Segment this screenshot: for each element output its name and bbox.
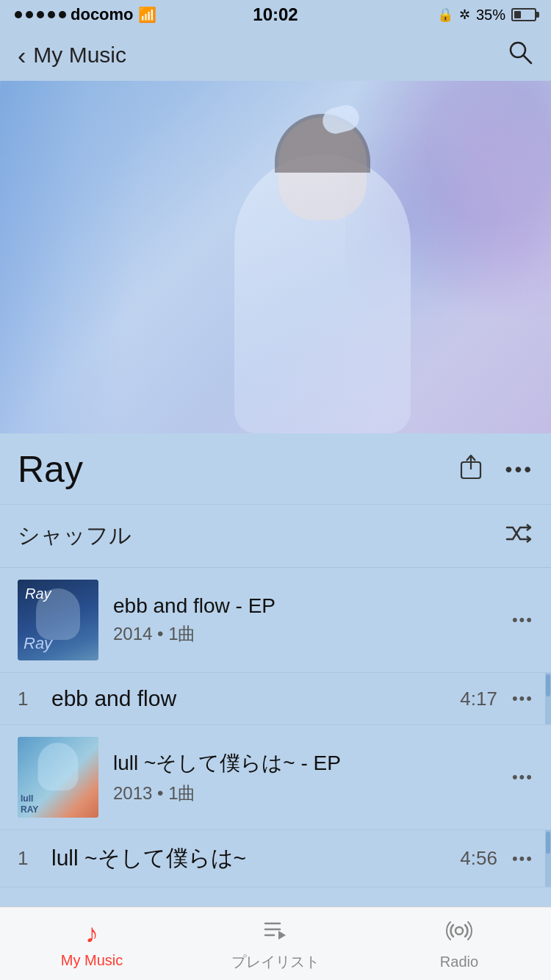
album-info-lull: lull ~そして僕らは~ - EP 2013 • 1曲 <box>113 749 497 805</box>
status-time: 10:02 <box>253 4 298 25</box>
shuffle-icon <box>503 522 533 550</box>
playlist-icon <box>262 916 289 949</box>
tab-radio-label: Radio <box>440 954 478 970</box>
tab-bar: ♪ My Music プレイリスト Radio <box>0 907 551 980</box>
track-more-lull[interactable]: ••• <box>512 849 533 868</box>
nav-back-label: My Music <box>33 43 126 68</box>
tab-my-music-label: My Music <box>61 952 123 969</box>
shuffle-label: シャッフル <box>18 521 132 551</box>
bluetooth-icon: ✲ <box>459 7 470 23</box>
status-right: 🔒 ✲ 35% <box>437 7 536 24</box>
status-left: docomo 📶 <box>15 5 156 24</box>
lock-icon: 🔒 <box>437 7 453 23</box>
battery-percentage: 35% <box>476 7 505 24</box>
back-button[interactable]: ‹ My Music <box>18 41 126 70</box>
tab-radio[interactable]: Radio <box>415 918 503 970</box>
track-title-lull: lull ~そして僕らは~ <box>40 843 460 873</box>
artist-actions: ••• <box>458 453 533 486</box>
battery-icon <box>511 8 536 21</box>
artist-name: Ray <box>18 448 83 491</box>
album-info-ebb: ebb and flow - EP 2014 • 1曲 <box>113 594 497 646</box>
track-title-ebb: ebb and flow <box>40 686 460 711</box>
battery-fill <box>514 11 521 18</box>
tab-my-music[interactable]: ♪ My Music <box>48 918 136 969</box>
album-title-ebb: ebb and flow - EP <box>113 594 497 618</box>
album-meta-lull: 2013 • 1曲 <box>113 782 497 805</box>
shuffle-row[interactable]: シャッフル <box>0 505 551 568</box>
search-button[interactable] <box>507 39 533 72</box>
nav-bar: ‹ My Music <box>0 29 551 81</box>
artist-hero <box>0 81 551 433</box>
chevron-left-icon: ‹ <box>18 41 26 70</box>
svg-line-1 <box>524 56 531 63</box>
album-item-ebb[interactable]: Ray ebb and flow - EP 2014 • 1曲 ••• <box>0 568 551 673</box>
track-more-ebb[interactable]: ••• <box>512 689 533 708</box>
share-button[interactable] <box>458 453 483 486</box>
album-meta-ebb: 2014 • 1曲 <box>113 622 497 646</box>
artist-info-row: Ray ••• <box>0 433 551 505</box>
album-title-lull: lull ~そして僕らは~ - EP <box>113 749 497 777</box>
artist-more-button[interactable]: ••• <box>505 458 533 481</box>
svg-marker-7 <box>278 931 286 940</box>
track-duration-ebb: 4:17 <box>460 688 497 710</box>
track-number-1: 1 <box>18 688 40 710</box>
svg-point-0 <box>511 43 525 57</box>
status-bar: docomo 📶 10:02 🔒 ✲ 35% <box>0 0 551 29</box>
track-duration-lull: 4:56 <box>460 847 497 870</box>
hero-overlay <box>0 81 551 433</box>
svg-point-8 <box>455 927 463 934</box>
album-art-lull: lullRAY <box>18 737 98 818</box>
tab-playlist[interactable]: プレイリスト <box>231 916 320 972</box>
carrier-name: docomo <box>71 5 134 24</box>
album-more-ebb[interactable]: ••• <box>512 610 533 630</box>
album-art-ebb: Ray <box>18 580 98 660</box>
music-note-icon: ♪ <box>85 918 98 949</box>
signal-dots <box>15 11 66 18</box>
track-item-lull[interactable]: 1 lull ~そして僕らは~ 4:56 ••• <box>0 830 551 887</box>
radio-icon <box>446 918 472 951</box>
tab-playlist-label: プレイリスト <box>231 952 320 972</box>
album-item-lull[interactable]: lullRAY lull ~そして僕らは~ - EP 2013 • 1曲 ••• <box>0 725 551 830</box>
track-number-2: 1 <box>18 847 40 870</box>
scroll-indicator-1 <box>545 673 551 724</box>
wifi-icon: 📶 <box>138 6 156 24</box>
scroll-indicator-2 <box>545 830 551 887</box>
track-item-ebb[interactable]: 1 ebb and flow 4:17 ••• <box>0 673 551 725</box>
album-more-lull[interactable]: ••• <box>512 768 533 787</box>
